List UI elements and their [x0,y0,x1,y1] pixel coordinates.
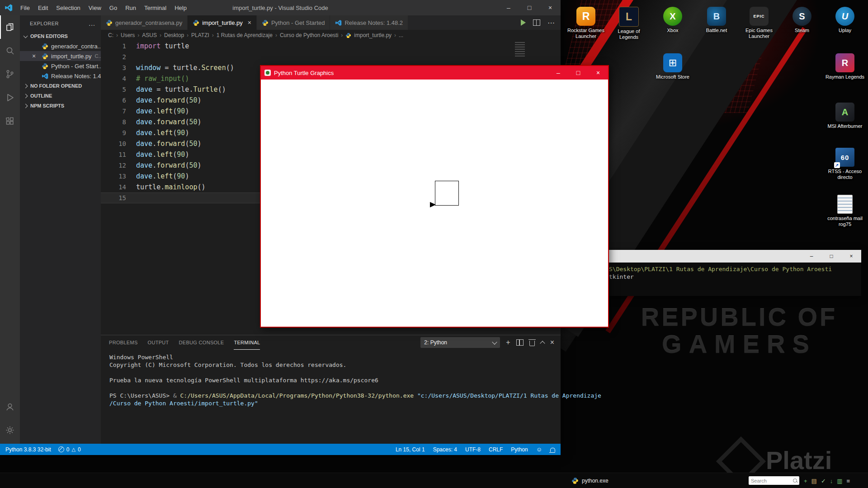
search-icon[interactable] [0,39,20,62]
maximize-panel-icon[interactable] [540,341,545,346]
feedback-smiley-icon[interactable]: ☺ [536,446,542,452]
more-actions-icon[interactable]: ⋯ [547,19,555,27]
status-cursor-position[interactable]: Ln 15, Col 1 [396,446,425,453]
close-tab-icon[interactable]: × [248,19,251,26]
breadcrumb-item[interactable]: 1 Rutas de Aprendizaje [217,32,273,38]
package-icon[interactable]: ▤ [811,478,817,484]
close-button[interactable]: × [588,66,608,80]
breadcrumb-item[interactable]: ... [399,32,403,38]
problems-indicator[interactable]: 0 △ 0 [58,446,81,453]
minimize-button[interactable]: – [498,0,519,15]
code-line-2[interactable]: 2 [101,52,561,62]
desktop-icon-uplay[interactable]: UUplay [823,7,867,33]
terminal-output[interactable]: Windows PowerShellCopyright (C) Microsof… [101,350,561,407]
line-number[interactable]: 6 [101,95,136,106]
open-editor-import-turtle-py[interactable]: ×import_turtle.pyC... [20,51,101,61]
desktop-icon-contrasena-mail-rog75[interactable]: contraseña mail rog75 [823,195,867,227]
split-terminal-icon[interactable] [516,339,524,346]
line-number[interactable]: 15 [101,192,136,203]
line-number[interactable]: 8 [101,117,136,127]
line-number[interactable]: 9 [101,127,136,138]
line-number[interactable]: 3 [101,62,136,73]
taskbar-python-app[interactable]: python.exe [568,475,612,487]
status-indentation[interactable]: Spaces: 4 [433,446,457,453]
notifications-bell-icon[interactable] [550,448,555,452]
breadcrumb-item[interactable]: Desktop [164,32,184,38]
breadcrumb-item[interactable]: PLATZI [191,32,209,38]
line-number[interactable]: 4 [101,73,136,84]
desktop-icon-epic-games-launcher[interactable]: EPICEpic Games Launcher [737,7,781,39]
menu-file[interactable]: File [16,0,34,15]
editor-tab-generador-contrasena-py[interactable]: generador_contrasena.py [101,15,188,30]
open-editor-generador-contra[interactable]: generador_contra... [20,41,101,51]
line-number[interactable]: 1 [101,41,136,52]
maximize-button[interactable]: □ [821,250,841,263]
close-editor-icon[interactable]: × [32,51,36,61]
new-terminal-icon[interactable]: + [506,339,510,346]
line-number[interactable]: 10 [101,138,136,149]
breadcrumb-item[interactable]: import_turtle.py [354,32,392,38]
breadcrumb-item[interactable]: ASUS [142,32,157,38]
turtle-canvas[interactable] [261,80,608,327]
minimize-button[interactable]: – [802,250,821,263]
line-number[interactable]: 14 [101,182,136,192]
status-eol[interactable]: CRLF [489,446,503,453]
console-titlebar[interactable]: – □ × [606,250,861,263]
line-number[interactable]: 11 [101,149,136,160]
line-number[interactable]: 7 [101,106,136,117]
close-button[interactable]: × [540,0,561,15]
desktop-icon-rtss-shortcut[interactable]: 60↗RTSS - Acceso directo [823,148,867,180]
open-editor-python-get-start[interactable]: Python - Get Start... [20,61,101,71]
settings-gear-icon[interactable] [0,418,20,442]
panel-tab-problems[interactable]: PROBLEMS [109,335,138,350]
sidebar-more-actions-icon[interactable]: ... [89,20,95,27]
add-button[interactable]: + [804,478,807,484]
python-console-window[interactable]: – □ × S\Desktop\PLATZI\1 Rutas de Aprend… [606,250,861,296]
desktop-icon-msi-afterburner[interactable]: AMSI Afterburner [823,103,867,129]
editor-tab-import-turtle-py[interactable]: import_turtle.py× [188,15,257,30]
menu-edit[interactable]: Edit [34,0,52,15]
source-control-icon[interactable] [0,62,20,86]
explorer-icon[interactable] [0,15,20,39]
turtle-titlebar[interactable]: Python Turtle Graphics – □ × [261,66,608,80]
panel-tab-terminal[interactable]: TERMINAL [234,335,260,350]
kill-terminal-icon[interactable] [529,341,535,346]
menu-view[interactable]: View [85,0,105,15]
desktop-icon-battle-net[interactable]: BBattle.net [695,7,738,33]
minimap[interactable] [515,42,525,57]
check-icon[interactable]: ✓ [821,478,826,484]
vscode-titlebar[interactable]: FileEditSelectionViewGoRunTerminalHelp i… [0,0,561,15]
menu-icon[interactable]: ≡ [847,478,850,484]
line-number[interactable]: 5 [101,84,136,95]
open-editors-header[interactable]: OPEN EDITORS [20,31,101,41]
download-icon[interactable]: ↓ [830,478,833,484]
run-debug-icon[interactable] [0,86,20,109]
maximize-button[interactable]: □ [519,0,540,15]
chart-icon[interactable]: ▥ [837,478,842,484]
line-number[interactable]: 12 [101,160,136,171]
search-input[interactable]: Search [749,476,799,485]
desktop-icon-rayman-legends[interactable]: RRayman Legends [823,53,867,80]
panel-tab-debug-console[interactable]: DEBUG CONSOLE [179,335,224,350]
breadcrumb-item[interactable]: Users [121,32,135,38]
minimize-button[interactable]: – [548,66,568,80]
python-interpreter-status[interactable]: Python 3.8.3 32-bit [5,446,51,453]
sidebar-section-npm-scripts[interactable]: NPM SCRIPTS [20,101,101,111]
desktop-icon-steam[interactable]: SSteam [780,7,824,33]
desktop-icon-xbox[interactable]: XXbox [651,7,694,33]
menu-go[interactable]: Go [105,0,121,15]
sidebar-section-no-folder-opened[interactable]: NO FOLDER OPENED [20,81,101,91]
sidebar-section-outline[interactable]: OUTLINE [20,91,101,101]
desktop-icon-league-of-legends[interactable]: LLeague of Legends [607,7,651,40]
editor-tab-python-get-started[interactable]: Python - Get Started [257,15,330,30]
run-file-button[interactable] [521,19,526,26]
extensions-icon[interactable] [0,109,20,133]
account-icon[interactable] [0,395,20,418]
open-editor-release-notes-1-4[interactable]: Release Notes: 1.4... [20,71,101,81]
close-button[interactable]: × [841,250,861,263]
line-number[interactable]: 13 [101,171,136,182]
line-number[interactable]: 2 [101,52,136,62]
desktop-icon-rockstar-games-launcher[interactable]: RRockstar Games Launcher [564,7,608,39]
panel-tab-output[interactable]: OUTPUT [148,335,169,350]
editor-tab-release-notes-1-48-2[interactable]: Release Notes: 1.48.2 [330,15,408,30]
